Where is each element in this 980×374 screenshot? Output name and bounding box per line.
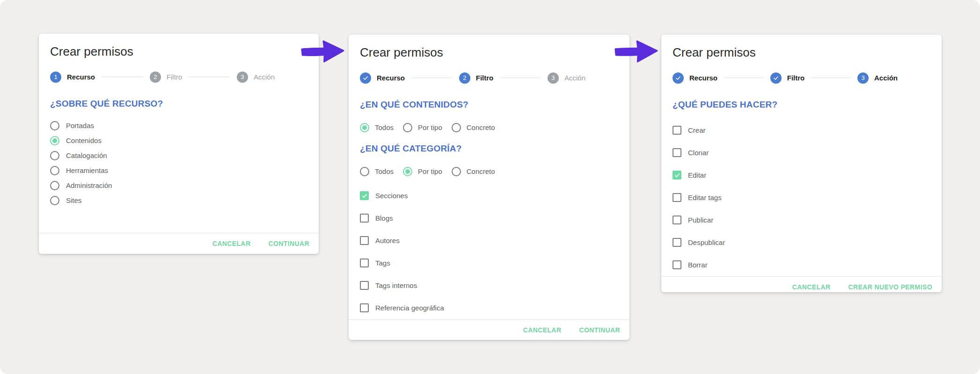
question-heading: ¿QUÉ PUEDES HACER?	[673, 100, 930, 110]
stepper-connector	[411, 78, 453, 78]
radio-unselected-icon[interactable]	[50, 166, 59, 175]
checkbox-option-secciones[interactable]: Secciones	[360, 185, 618, 207]
option-label: Portadas	[66, 122, 94, 129]
checkbox-unchecked-icon[interactable]	[360, 236, 369, 245]
checkbox-option-borrar[interactable]: Borrar	[673, 254, 930, 276]
radio-selected-icon[interactable]	[50, 136, 59, 145]
step-3-accion[interactable]: 3 Acción	[237, 72, 275, 83]
dialog-footer: CANCELAR CONTINUAR	[349, 319, 629, 340]
step-3-badge: 3	[548, 72, 559, 84]
option-label: Blogs	[375, 214, 393, 222]
step-1-recurso[interactable]: 1 Recurso	[50, 72, 95, 83]
checkbox-option-clonar[interactable]: Clonar	[673, 142, 930, 164]
step-3-accion[interactable]: 3 Acción	[548, 72, 585, 84]
stepper: Recurso 2 Filtro 3 Acción	[360, 72, 585, 84]
checkbox-unchecked-icon[interactable]	[673, 193, 681, 202]
step-2-badge: 2	[150, 72, 161, 83]
step-1-recurso[interactable]: Recurso	[360, 72, 405, 84]
option-label: Crear	[688, 126, 706, 134]
checkbox-option-blogs[interactable]: Blogs	[360, 207, 618, 230]
option-label: Editar tags	[688, 194, 722, 201]
cancel-button[interactable]: CANCELAR	[521, 324, 563, 337]
step-2-filtro[interactable]: Filtro	[770, 72, 805, 84]
radio-unselected-icon[interactable]	[50, 151, 59, 160]
radio-option-portadas[interactable]: Portadas	[50, 118, 307, 133]
checkbox-unchecked-icon[interactable]	[360, 214, 369, 223]
stepper: Recurso Filtro 3 Acción	[673, 72, 898, 84]
stepper-connector	[189, 77, 230, 77]
checkbox-unchecked-icon[interactable]	[360, 259, 369, 267]
option-label: Concreto	[467, 167, 495, 175]
step-2-badge: 2	[459, 72, 470, 84]
checkbox-option-referencia-geografica[interactable]: Referencia geográfica	[360, 297, 618, 319]
checkbox-option-publicar[interactable]: Publicar	[673, 209, 930, 231]
radio-option-por-tipo[interactable]: Por tipo	[403, 119, 442, 136]
cancel-button[interactable]: CANCELAR	[790, 280, 833, 292]
step-3-label: Acción	[254, 73, 275, 81]
checkbox-option-tags-internos[interactable]: Tags internos	[360, 274, 618, 297]
step-2-number: 2	[154, 74, 157, 80]
continue-button[interactable]: CONTINUAR	[266, 237, 311, 250]
checkbox-unchecked-icon[interactable]	[360, 281, 369, 290]
checkbox-option-editar-tags[interactable]: Editar tags	[673, 187, 930, 209]
cancel-button[interactable]: CANCELAR	[211, 237, 253, 250]
continue-button[interactable]: CONTINUAR	[577, 324, 622, 337]
radio-unselected-icon[interactable]	[50, 121, 59, 130]
option-label: Editar	[688, 171, 706, 179]
radio-option-todos[interactable]: Todos	[360, 163, 394, 180]
radio-unselected-icon[interactable]	[403, 123, 412, 132]
radio-option-concreto[interactable]: Concreto	[452, 119, 495, 136]
radio-option-herramientas[interactable]: Herramientas	[50, 163, 307, 178]
dialog-footer: CANCELAR CREAR NUEVO PERMISO	[661, 276, 942, 292]
checkbox-unchecked-icon[interactable]	[673, 260, 681, 269]
checkbox-unchecked-icon[interactable]	[673, 126, 681, 135]
radio-option-sites[interactable]: Sites	[50, 193, 307, 208]
check-icon	[362, 75, 369, 81]
radio-selected-icon[interactable]	[403, 167, 412, 176]
dialog-title: Crear permisos	[360, 46, 618, 59]
radio-selected-icon[interactable]	[360, 123, 369, 132]
step-2-label: Filtro	[787, 74, 805, 82]
resource-radio-list: Portadas Contenidos Catalogación Herrami…	[50, 118, 307, 208]
step-2-filtro[interactable]: 2 Filtro	[150, 72, 182, 83]
radio-unselected-icon[interactable]	[452, 167, 461, 176]
radio-option-contenidos[interactable]: Contenidos	[50, 133, 307, 148]
step-3-label: Acción	[564, 74, 585, 82]
radio-option-todos[interactable]: Todos	[360, 119, 394, 136]
radio-unselected-icon[interactable]	[50, 196, 59, 205]
check-icon	[361, 193, 368, 199]
radio-option-por-tipo[interactable]: Por tipo	[403, 163, 442, 180]
checkbox-option-editar[interactable]: Editar	[673, 164, 930, 187]
dialog-crear-permisos-step-filtro: Crear permisos Recurso 2 Filtro 3 Acción…	[349, 35, 629, 340]
option-label: Catalogación	[66, 151, 107, 159]
radio-option-administracion[interactable]: Administración	[50, 178, 307, 193]
step-1-check-badge	[360, 72, 371, 84]
contenidos-radio-group: Todos Por tipo Concreto	[360, 119, 618, 136]
question-heading: ¿SOBRE QUÉ RECURSO?	[50, 99, 307, 109]
checkbox-option-autores[interactable]: Autores	[360, 230, 618, 252]
checkbox-option-tags[interactable]: Tags	[360, 252, 618, 274]
dialog-title: Crear permisos	[673, 46, 930, 59]
checkbox-option-despublicar[interactable]: Despublicar	[673, 231, 930, 254]
step-2-filtro[interactable]: 2 Filtro	[459, 72, 494, 84]
radio-option-concreto[interactable]: Concreto	[452, 163, 495, 180]
checkbox-option-crear[interactable]: Crear	[673, 119, 930, 142]
create-permission-button[interactable]: CREAR NUEVO PERMISO	[846, 280, 934, 292]
option-label: Por tipo	[418, 123, 442, 131]
checkbox-checked-icon[interactable]	[360, 191, 369, 200]
radio-unselected-icon[interactable]	[360, 167, 369, 176]
step-1-badge: 1	[50, 72, 61, 83]
radio-option-catalogacion[interactable]: Catalogación	[50, 148, 307, 163]
checkbox-checked-icon[interactable]	[673, 171, 681, 180]
radio-unselected-icon[interactable]	[50, 181, 59, 190]
checkbox-unchecked-icon[interactable]	[673, 148, 681, 157]
checkbox-unchecked-icon[interactable]	[673, 238, 681, 247]
step-3-accion[interactable]: 3 Acción	[857, 72, 898, 84]
step-2-label: Filtro	[476, 74, 494, 82]
step-1-recurso[interactable]: Recurso	[673, 72, 717, 84]
option-label: Por tipo	[418, 167, 442, 175]
radio-unselected-icon[interactable]	[452, 123, 461, 132]
checkbox-unchecked-icon[interactable]	[360, 303, 369, 312]
check-icon	[675, 75, 681, 81]
checkbox-unchecked-icon[interactable]	[673, 216, 681, 224]
